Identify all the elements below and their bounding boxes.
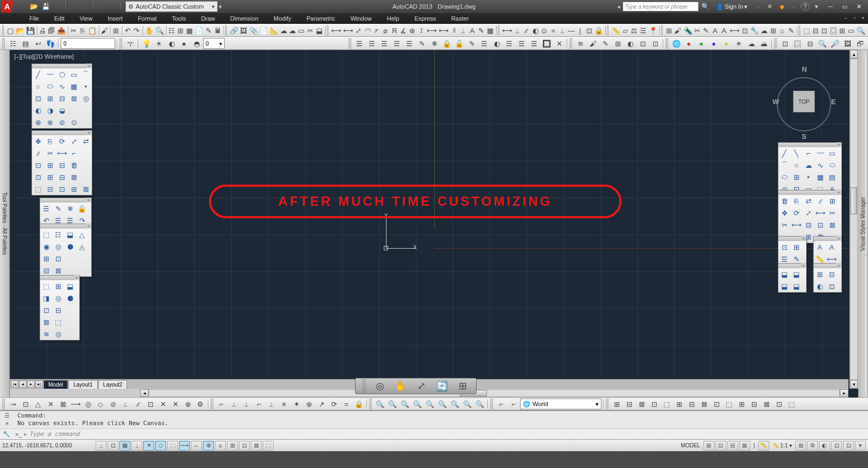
sb-tray-icon[interactable]: ▾ [855,441,866,451]
pb-m3-icon[interactable]: ⟳ [56,135,68,147]
pb-rm15-icon[interactable]: ⊠ [826,219,838,231]
ucs5-icon[interactable]: ⟂ [265,399,277,409]
pb-pline-icon[interactable]: 〰 [44,68,56,80]
tb-open-icon[interactable]: 📂 [15,25,25,36]
tb-c6-icon[interactable]: = [549,25,557,36]
sb-qp-icon[interactable]: ⊡ [239,441,250,451]
tb-c1-icon[interactable]: ⟷ [502,25,513,36]
pb-m22-icon[interactable]: ⊠ [80,183,92,195]
vp8-icon[interactable]: ⊠ [698,399,710,409]
pb-x2-icon[interactable]: ⊞ [790,241,802,253]
pb-s6-icon[interactable]: ◎ [52,241,64,252]
tb-r7-icon[interactable]: ☁ [745,38,757,49]
pb-rm8-icon[interactable]: ⤢ [802,207,814,219]
tb-et14-icon[interactable]: ✎ [787,25,795,36]
vp11-icon[interactable]: ⊞ [736,399,747,409]
cmd-close-icon[interactable]: ✕ [3,420,11,427]
tb-mt1-icon[interactable]: ≋ [574,38,586,49]
pb-w2-icon[interactable]: ⬓ [790,268,802,280]
zm3-icon[interactable]: 🔍 [399,399,411,409]
tb-s1-icon[interactable]: ⊡ [779,38,791,49]
tb-sun-icon[interactable]: ☀ [153,38,165,49]
toolbar-grip[interactable] [349,38,352,49]
sb-r1-icon[interactable]: ⊞ [704,441,714,451]
pb-z4-icon[interactable]: ⊡ [826,280,838,292]
pb-v9-icon[interactable]: ⊠ [40,316,52,328]
tb-cloud2-icon[interactable]: ☁ [288,25,296,36]
palette-right-3b[interactable]: × AA 📏⟷ [813,236,842,265]
maximize-icon[interactable]: ▭ [838,2,852,11]
pb-s8-icon[interactable]: ◬ [76,241,88,252]
tb-c5-icon[interactable]: ⊙ [540,25,548,36]
toolbar-grip[interactable] [2,399,5,409]
sb-grid-icon[interactable]: ▦ [119,441,130,451]
tb-dim17-icon[interactable]: ▦ [486,25,494,36]
app-logo[interactable]: A [1,1,13,12]
toolbar-grip[interactable] [607,25,609,36]
tb-et9-icon[interactable]: ⊡ [741,25,749,36]
tb-lay14-icon[interactable]: ☰ [516,38,528,49]
pb-rm7-icon[interactable]: ⟳ [790,207,802,219]
tb-clip-icon[interactable]: ✂ [306,25,314,36]
pb-f4-icon[interactable]: ⊙ [68,116,80,128]
zm4-icon[interactable]: 🔍 [411,399,423,409]
toolbar-grip[interactable] [327,25,329,36]
dir-s[interactable]: S [802,132,807,141]
menu-edit[interactable]: Edit [47,14,72,23]
layer-mini-dd[interactable]: 0▾ [203,38,225,49]
tb-et10-icon[interactable]: 🔧 [750,25,759,36]
tb-et2-icon[interactable]: 🖌 [674,25,682,36]
pb-m15-icon[interactable]: ⊞ [44,171,56,183]
tb-r1-icon[interactable]: 🌐 [670,38,682,49]
dir-e[interactable]: E [831,98,836,106]
navbar-grip[interactable] [362,379,366,393]
ucs12-icon[interactable]: 🔒 [353,399,365,409]
tb-xref-icon[interactable]: 🔗 [229,25,239,36]
pb-circle-icon[interactable]: ○ [32,80,44,92]
tb-et5-icon[interactable]: ✎ [702,25,710,36]
palette-close-icon[interactable]: × [836,190,841,195]
pb-v3-icon[interactable]: ⬓ [64,280,76,292]
toolbar-grip[interactable] [498,25,500,36]
vp7-icon[interactable]: ⊟ [686,399,698,409]
ucs3-icon[interactable]: ⟂ [240,399,252,409]
palette-close-icon[interactable]: × [86,130,92,135]
tb-mt2-icon[interactable]: 🖌 [587,38,599,49]
mdi-max-icon[interactable]: ▫ [851,14,858,22]
tb-dim7-icon[interactable]: R [390,25,398,36]
tb-undo-icon[interactable]: ↶ [124,25,132,36]
pb-e3-icon[interactable]: ◒ [56,104,68,116]
pb-m13-icon[interactable]: 🗑 [68,159,80,171]
tb-sel4-icon[interactable]: ⿴ [829,25,838,36]
tb-r4-icon[interactable]: ● [708,38,720,49]
pb-s1-icon[interactable]: ⬚ [40,229,52,241]
pb-m2-icon[interactable]: ⎘ [44,135,56,147]
pb-z3-icon[interactable]: ◐ [814,280,826,292]
vp6-icon[interactable]: ⊞ [673,399,685,409]
menu-express[interactable]: Express [407,14,443,23]
tb-dim3-icon[interactable]: ⤢ [354,25,363,36]
vp3-icon[interactable]: ⊠ [636,399,648,409]
vp2-icon[interactable]: ⊟ [623,399,635,409]
tb-c7-icon[interactable]: ⟂ [558,25,566,36]
exchange-icon[interactable]: ✕ [765,2,775,11]
tab-next-icon[interactable]: ▸ [27,381,35,388]
tb-dim12-icon[interactable]: ⟷ [438,25,449,36]
os-set-icon[interactable]: ⚙ [194,399,206,409]
vp5-icon[interactable]: ⬚ [661,399,673,409]
tb-shade1-icon[interactable]: ◐ [166,38,178,49]
tb-sel2-icon[interactable]: ⊟ [812,25,820,36]
zm6-icon[interactable]: 🔍 [436,399,448,409]
tb-lay4-icon[interactable]: ☰ [391,38,403,49]
toolbar-grip[interactable] [799,25,801,36]
tb-sel7-icon[interactable]: 🔍 [856,25,866,36]
qat-save-icon[interactable]: 💾 [40,2,51,11]
ucs10-icon[interactable]: ⟳ [328,399,340,409]
os-end-icon[interactable]: ⊡ [20,399,31,409]
os-par-icon[interactable]: ⫽ [132,399,144,409]
pb-m19-icon[interactable]: ⊟ [44,183,56,195]
ucs4-icon[interactable]: ⌐ [253,399,265,409]
pb-point-icon[interactable]: • [80,80,92,92]
tab-prev-icon[interactable]: ◂ [19,381,27,388]
vp9-icon[interactable]: ⊡ [711,399,723,409]
